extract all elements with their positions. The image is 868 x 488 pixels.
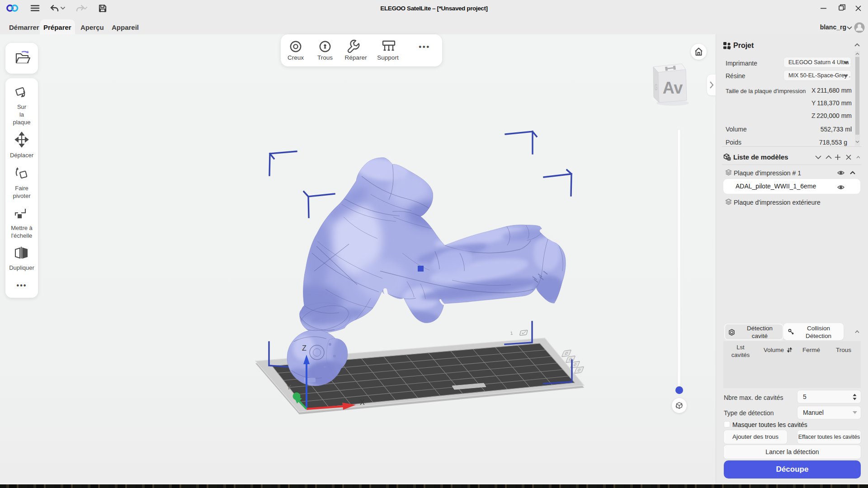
svg-text:G: G: [655, 82, 657, 92]
svg-text:Z: Z: [302, 344, 307, 352]
svg-text:Y: Y: [287, 383, 291, 391]
svg-text:X: X: [360, 399, 365, 406]
svg-text:Av: Av: [663, 79, 683, 97]
svg-text:1: 1: [510, 331, 513, 336]
